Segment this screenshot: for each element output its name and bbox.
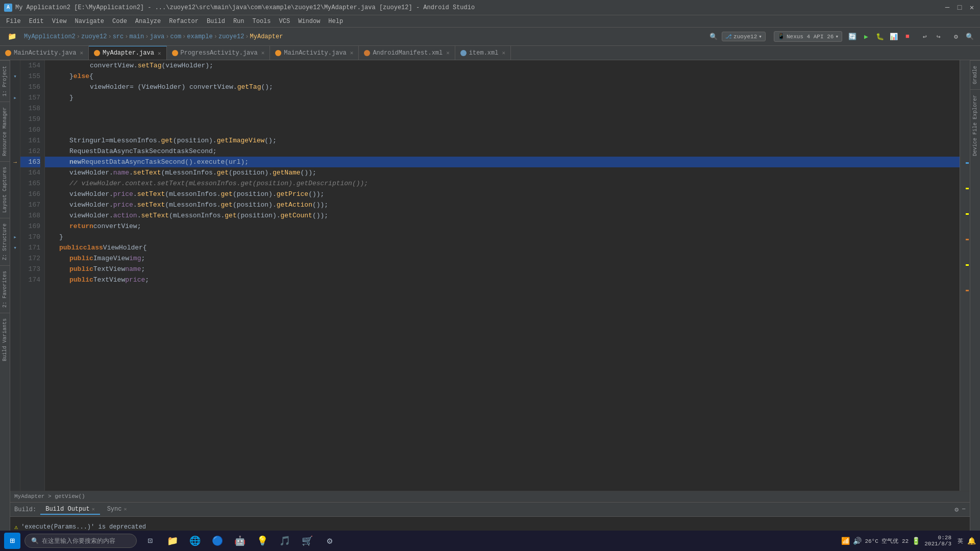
breadcrumb: MyApplication2 › zuoye12 › src › main › … [24, 33, 283, 40]
minimize-button[interactable]: ─ [943, 4, 951, 12]
tab-close-button[interactable]: ✕ [502, 49, 505, 56]
close-button[interactable]: ✕ [968, 4, 976, 12]
tab-build-output[interactable]: Build Output ✕ [40, 505, 100, 515]
editor-breadcrumb: MyAdapter > getView() [10, 491, 970, 502]
taskbar-search[interactable]: 🔍 在这里输入你要搜索的内容 [24, 534, 137, 548]
menu-window[interactable]: Window [294, 17, 324, 26]
tab-label: ProgressActivity.java [181, 49, 258, 57]
gutter-156 [10, 82, 20, 92]
java-icon [94, 50, 100, 56]
menu-file[interactable]: File [2, 17, 25, 26]
battery-icon: 🔋 [912, 537, 920, 545]
tab-mainactivity[interactable]: MainActivity.java ✕ [0, 46, 89, 60]
code-line-173: public TextView name; [45, 264, 960, 274]
date: 2021/8/3 [924, 541, 951, 547]
gutter-170[interactable]: ▸ [10, 232, 20, 242]
menu-bar: File Edit View Navigate Code Analyze Ref… [0, 15, 980, 28]
menu-run[interactable]: Run [229, 17, 249, 26]
tab-close-button[interactable]: ✕ [350, 49, 354, 56]
sync-button[interactable]: 🔄 [846, 31, 859, 43]
tab-androidmanifest[interactable]: AndroidManifest.xml ✕ [359, 46, 455, 60]
java-icon [275, 50, 281, 56]
notification-icon[interactable]: 🔔 [967, 537, 976, 545]
tab-sync[interactable]: Sync ✕ [102, 505, 132, 515]
panel-tab-build-variants[interactable]: Build Variants [0, 313, 10, 366]
maximize-button[interactable]: □ [955, 4, 964, 12]
breadcrumb-project[interactable]: MyApplication2 [24, 33, 76, 40]
code-line-170: } [45, 232, 960, 242]
menu-navigate[interactable]: Navigate [70, 17, 108, 26]
code-line-158 [45, 103, 960, 114]
run-button[interactable]: ▶ [860, 31, 872, 43]
edge-app[interactable]: 🌐 [186, 532, 204, 550]
tab-close-button[interactable]: ✕ [446, 49, 450, 56]
task-view-button[interactable]: ⊡ [141, 532, 159, 550]
chrome-app[interactable]: 🔵 [208, 532, 227, 550]
right-scroll-markers [960, 60, 970, 491]
editor-area: ▾ ▸ → ▸ ▾ [10, 60, 970, 551]
gutter-171[interactable]: ▾ [10, 242, 20, 253]
window-controls: ─ □ ✕ [943, 4, 976, 12]
start-button[interactable]: ⊞ [4, 533, 20, 549]
gutter-164 [10, 167, 20, 178]
tab-myadapter[interactable]: MyAdapter.java ✕ [89, 46, 166, 60]
panel-tab-gradle[interactable]: Gradle [970, 60, 980, 89]
tab-close-button[interactable]: ✕ [261, 49, 265, 56]
redo-button[interactable]: ↪ [933, 31, 945, 43]
menu-refactor[interactable]: Refactor [165, 17, 203, 26]
code-line-162: RequestDataAsyncTaskSecond taskSecond; [45, 146, 960, 157]
code-editor: ▾ ▸ → ▸ ▾ [10, 60, 970, 491]
code-line-164: viewHolder.name.setText(mLessonInfos.get… [45, 167, 960, 178]
tab-mainactivity2[interactable]: MainActivity.java ✕ [270, 46, 359, 60]
tab-close-button[interactable]: ✕ [80, 49, 83, 56]
menu-build[interactable]: Build [203, 17, 229, 26]
tab-close-button[interactable]: ✕ [158, 50, 161, 57]
navigate-back-button[interactable]: 🔍 [707, 31, 720, 43]
panel-tab-layout-captures[interactable]: Layout Captures [0, 161, 10, 218]
tab-progressactivity[interactable]: ProgressActivity.java ✕ [167, 46, 271, 60]
device-dropdown[interactable]: 📱 Nexus 4 API 26 ▾ [774, 31, 842, 42]
undo-button[interactable]: ↩ [919, 31, 931, 43]
panel-tab-structure[interactable]: Z: Structure [0, 218, 10, 265]
branch-dropdown[interactable]: ⎇ zuoye12 ▾ [722, 32, 766, 41]
weather-info: 26°C 空气优 22 [865, 537, 909, 545]
menu-analyze[interactable]: Analyze [131, 17, 165, 26]
panel-tab-favorites[interactable]: 2: Favorites [0, 265, 10, 313]
tab-label: MyAdapter.java [103, 49, 154, 57]
language[interactable]: 英 [958, 537, 963, 545]
network-icon[interactable]: 📶 [841, 537, 850, 545]
menu-edit[interactable]: Edit [25, 17, 48, 26]
sync-close[interactable]: ✕ [124, 506, 127, 512]
speaker-icon[interactable]: 🔊 [853, 537, 862, 545]
menu-tools[interactable]: Tools [249, 17, 275, 26]
intellij-app[interactable]: 💡 [253, 532, 272, 550]
bottom-panel-minimize[interactable]: − [962, 506, 966, 513]
music-app[interactable]: 🎵 [276, 532, 294, 550]
panel-tab-project[interactable]: 1: Project [0, 60, 10, 102]
store-app[interactable]: 🛒 [298, 532, 316, 550]
panel-tab-resource-manager[interactable]: Resource Manager [0, 102, 10, 161]
settings-app[interactable]: ⚙ [321, 532, 339, 550]
code-line-169: return convertView; [45, 221, 960, 232]
android-studio-app[interactable]: 🤖 [231, 532, 249, 550]
stop-button[interactable]: ■ [901, 31, 914, 43]
gutter-155[interactable]: ▾ [10, 71, 20, 82]
code-content[interactable]: convertView.setTag(viewHolder); }else{ v… [45, 60, 960, 491]
debug-button[interactable]: 🐛 [874, 31, 886, 43]
profile-button[interactable]: 📊 [888, 31, 900, 43]
tab-itemxml[interactable]: item.xml ✕ [455, 46, 511, 60]
menu-view[interactable]: View [48, 17, 71, 26]
search-placeholder: 在这里输入你要搜索的内容 [42, 537, 115, 545]
bottom-panel-settings[interactable]: ⚙ [954, 506, 959, 514]
search-everywhere-button[interactable]: 🔍 [964, 31, 976, 43]
breadcrumb-module[interactable]: zuoye12 [81, 33, 107, 40]
menu-vcs[interactable]: VCS [275, 17, 295, 26]
settings-button[interactable]: ⚙ [950, 31, 962, 43]
code-line-157: } [45, 92, 960, 103]
explorer-app[interactable]: 📁 [163, 532, 182, 550]
menu-code[interactable]: Code [108, 17, 131, 26]
panel-tab-device-file-explorer[interactable]: Device File Explorer [970, 89, 980, 161]
build-output-close[interactable]: ✕ [92, 506, 95, 512]
menu-help[interactable]: Help [324, 17, 347, 26]
gutter-157[interactable]: ▸ [10, 92, 20, 103]
